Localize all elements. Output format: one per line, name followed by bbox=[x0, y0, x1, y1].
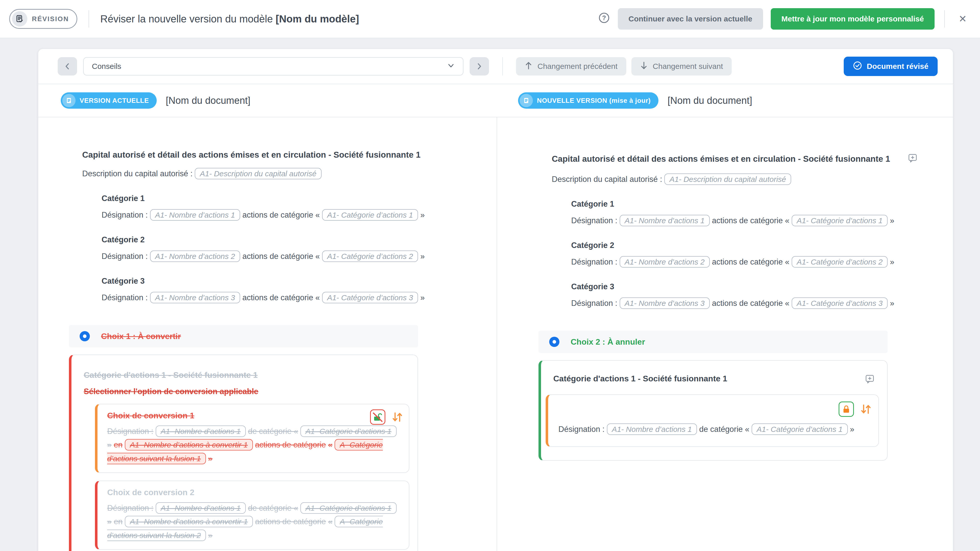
current-document-name: [Nom du document] bbox=[166, 95, 251, 106]
choice-label: Choix 2 : À annuler bbox=[571, 337, 645, 347]
share-class-chip: A1- Catégorie d’actions 1 bbox=[301, 502, 396, 514]
category-title: Catégorie 3 bbox=[571, 282, 938, 291]
share-class-chip: A1- Catégorie d’actions 2 bbox=[322, 251, 418, 262]
choice-option-row: Choix 2 : À annuler bbox=[538, 330, 888, 353]
share-class-chip: A1- Catégorie d’actions 1 bbox=[322, 209, 418, 221]
share-count-chip: A1- Nombre d’actions 1 bbox=[620, 215, 710, 226]
arrow-up-icon bbox=[525, 61, 532, 72]
next-section-button[interactable] bbox=[469, 57, 489, 76]
deleted-open-quote: « bbox=[328, 440, 332, 449]
share-count-chip: A1- Nombre d’actions 2 bbox=[620, 256, 710, 268]
designation-row: Désignation : A1- Nombre d’actions 2 act… bbox=[102, 248, 476, 264]
sort-arrows-icon[interactable] bbox=[860, 403, 871, 417]
share-count-chip: A1- Nombre d’actions 1 bbox=[150, 209, 240, 221]
version-badges-row: VERSION ACTUELLE [Nom du document] NOUVE… bbox=[38, 84, 953, 118]
navigation-toolbar: Conseils Changement précédent Changemen bbox=[38, 49, 953, 84]
radio-button[interactable] bbox=[549, 337, 559, 347]
choice-label: Choix 1 : À convertir bbox=[101, 332, 181, 341]
lock-icon[interactable] bbox=[838, 402, 854, 417]
category-title: Catégorie 2 bbox=[571, 241, 938, 250]
current-version-header: VERSION ACTUELLE [Nom du document] bbox=[61, 84, 250, 117]
designation-label: Désignation : bbox=[571, 216, 617, 225]
row-close: » bbox=[420, 293, 425, 302]
share-class-card-removed: Catégorie d'actions 1 - Société fusionna… bbox=[69, 354, 418, 551]
card-title: Catégorie d'actions 1 - Société fusionna… bbox=[84, 370, 408, 380]
header-divider bbox=[89, 10, 89, 27]
line-close-quote: » bbox=[208, 531, 213, 540]
arrow-down-icon bbox=[640, 61, 648, 72]
revision-badge-label: RÉVISION bbox=[32, 15, 69, 23]
share-count-chip: A1- Nombre d’actions 2 bbox=[150, 251, 240, 262]
designation-row: Désignation : A1- Nombre d’actions 1 act… bbox=[102, 207, 476, 223]
continue-current-version-button[interactable]: Continuer avec la version actuelle bbox=[618, 8, 763, 30]
designation-row: Désignation : A1- Nombre d’actions 2 act… bbox=[571, 254, 938, 270]
line-text: en bbox=[114, 517, 123, 526]
capital-description-row: Description du capital autorisé : A1- De… bbox=[82, 166, 476, 182]
deleted-close-quote: » bbox=[208, 454, 213, 463]
line-close: » bbox=[850, 425, 854, 433]
header-right-divider bbox=[944, 10, 945, 27]
radio-button[interactable] bbox=[80, 331, 90, 341]
row-close: » bbox=[890, 257, 894, 266]
section-select-value: Conseils bbox=[92, 62, 121, 71]
row-text: actions de catégorie « bbox=[242, 293, 320, 302]
comment-add-icon[interactable] bbox=[907, 153, 918, 165]
designation-row: Désignation : A1- Nombre d’actions 1 de … bbox=[558, 421, 868, 437]
designation-label: Désignation : bbox=[102, 293, 148, 302]
category-block-1: Catégorie 1 Désignation : A1- Nombre d’a… bbox=[571, 200, 938, 229]
app-header: RÉVISION Réviser la nouvelle version du … bbox=[0, 0, 980, 38]
toolbar-divider bbox=[502, 57, 503, 76]
share-class-chip: A1- Catégorie d’actions 2 bbox=[792, 256, 888, 268]
new-version-badge: NOUVELLE VERSION (mise à jour) bbox=[518, 92, 659, 109]
comment-add-icon[interactable] bbox=[865, 374, 875, 386]
designation-label: Désignation : bbox=[102, 210, 148, 219]
page-title-model: [Nom du modèle] bbox=[275, 13, 359, 24]
designation-label: Désignation : bbox=[102, 252, 148, 261]
revision-compare-screen: RÉVISION Réviser la nouvelle version du … bbox=[0, 0, 980, 551]
designation-row: Désignation : A1- Nombre d’actions 3 act… bbox=[102, 290, 476, 306]
header-actions: ? Continuer avec la version actuelle Met… bbox=[598, 8, 971, 30]
document-revised-label: Document révisé bbox=[867, 62, 928, 71]
designation-box: Désignation : A1- Nombre d’actions 1 de … bbox=[546, 394, 879, 447]
comparison-container: Conseils Changement précédent Changemen bbox=[38, 48, 953, 551]
update-custom-template-button[interactable]: Mettre à jour mon modèle personnalisé bbox=[771, 8, 935, 30]
card-title: Catégorie d'actions 1 - Société fusionna… bbox=[553, 374, 727, 383]
help-icon[interactable]: ? bbox=[598, 12, 610, 26]
section-heading: Capital autorisé et détail des actions é… bbox=[552, 154, 938, 165]
document-icon bbox=[520, 94, 533, 107]
line-open-quote: « bbox=[328, 517, 332, 526]
designation-label: Désignation : bbox=[107, 427, 153, 436]
section-select[interactable]: Conseils bbox=[83, 57, 463, 76]
close-icon[interactable]: ✕ bbox=[955, 13, 971, 24]
current-version-badge: VERSION ACTUELLE bbox=[61, 92, 157, 109]
share-class-card: Catégorie d'actions 1 - Société fusionna… bbox=[538, 360, 888, 461]
designation-label: Désignation : bbox=[571, 299, 617, 308]
conversion-option-title: Choix de conversion 1 bbox=[107, 411, 400, 421]
next-change-button[interactable]: Changement suivant bbox=[632, 57, 732, 76]
document-check-icon bbox=[12, 11, 27, 27]
document-revised-button[interactable]: Document révisé bbox=[844, 57, 938, 76]
description-placeholder-chip: A1- Description du capital autorisé bbox=[195, 168, 321, 179]
current-version-badge-label: VERSION ACTUELLE bbox=[80, 97, 149, 105]
previous-section-button[interactable] bbox=[58, 57, 77, 76]
line-close: » bbox=[107, 440, 111, 449]
category-title: Catégorie 2 bbox=[102, 235, 476, 245]
share-count-chip: A1- Nombre d’actions 1 bbox=[607, 424, 697, 435]
line-text: de catégorie « bbox=[248, 503, 298, 513]
row-close: » bbox=[420, 210, 425, 219]
share-class-chip: A1- Catégorie d’actions 1 bbox=[301, 426, 396, 437]
document-icon bbox=[62, 94, 76, 107]
new-document-name: [Nom du document] bbox=[668, 95, 752, 106]
category-block-3: Catégorie 3 Désignation : A1- Nombre d’a… bbox=[102, 276, 476, 306]
row-text: actions de catégorie « bbox=[242, 210, 320, 219]
sort-arrows-icon[interactable] bbox=[391, 411, 403, 425]
unlock-slash-icon[interactable] bbox=[370, 410, 385, 425]
previous-change-label: Changement précédent bbox=[538, 62, 617, 71]
previous-change-button[interactable]: Changement précédent bbox=[516, 57, 626, 76]
category-block-1: Catégorie 1 Désignation : A1- Nombre d’a… bbox=[102, 194, 476, 223]
description-label: Description du capital autorisé : bbox=[82, 169, 192, 178]
description-placeholder-chip: A1- Description du capital autorisé bbox=[664, 173, 791, 185]
category-block-2: Catégorie 2 Désignation : A1- Nombre d’a… bbox=[102, 235, 476, 264]
share-count-chip: A1- Nombre d’actions 3 bbox=[150, 292, 240, 303]
document-panels: Capital autorisé et détail des actions é… bbox=[38, 118, 953, 551]
